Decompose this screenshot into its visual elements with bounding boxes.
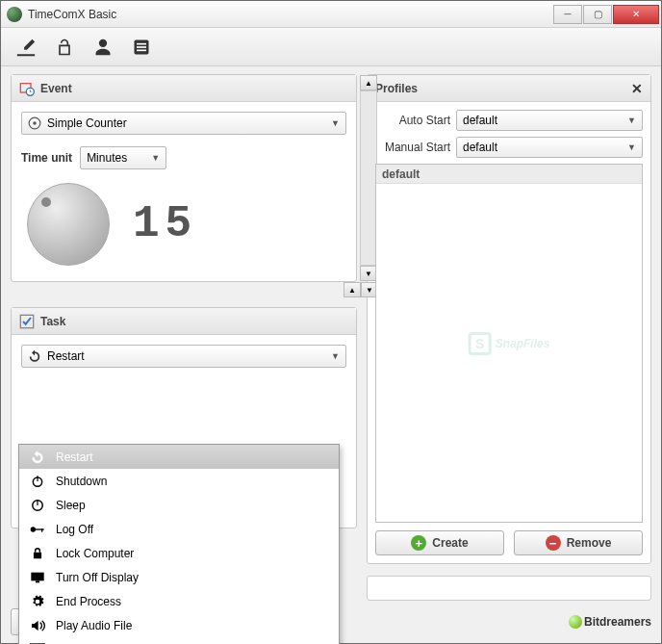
svg-point-7	[33, 121, 37, 125]
brand-logo: Bitdreamers	[569, 615, 651, 629]
minimize-button[interactable]: ─	[553, 5, 582, 24]
menu-label: Log Off	[56, 523, 93, 536]
unlock-icon[interactable]	[53, 36, 76, 59]
menu-item-play-audio[interactable]: Play Audio File	[19, 613, 339, 637]
task-header-label: Task	[40, 315, 65, 328]
task-dropdown-menu: Restart Shutdown Sleep Log Off Lock Comp…	[18, 444, 340, 644]
logo-icon	[569, 615, 582, 629]
app-icon	[7, 7, 22, 22]
profile-name: default	[382, 167, 420, 181]
menu-item-run-file[interactable]: C:\ Run File / Open URL	[19, 637, 339, 644]
close-button[interactable]: ✕	[613, 5, 659, 24]
menu-label: Restart	[56, 451, 93, 464]
plus-icon: +	[411, 535, 426, 551]
menu-label: Shutdown	[56, 475, 107, 488]
menu-item-shutdown[interactable]: Shutdown	[19, 469, 339, 493]
brand-label: Bitdreamers	[584, 615, 651, 629]
counter-knob[interactable]	[27, 183, 110, 266]
close-icon[interactable]: ✕	[631, 81, 643, 96]
monitor-icon	[29, 570, 46, 585]
svg-rect-17	[31, 572, 43, 580]
menu-label: Sleep	[56, 499, 86, 512]
chevron-down-icon: ▼	[627, 142, 636, 152]
remove-label: Remove	[567, 536, 612, 550]
svg-rect-15	[41, 528, 42, 531]
speaker-icon	[29, 618, 46, 633]
auto-start-value: default	[463, 114, 497, 127]
profiles-list[interactable]: default SSnapFiles	[375, 164, 643, 523]
remove-button[interactable]: − Remove	[514, 530, 643, 555]
status-bar	[367, 576, 651, 601]
create-label: Create	[432, 536, 468, 550]
auto-start-label: Auto Start	[375, 114, 450, 127]
power-icon	[29, 474, 46, 489]
menu-label: Lock Computer	[56, 547, 134, 560]
scroll-up-button[interactable]: ▲	[360, 75, 377, 90]
chevron-down-icon: ▼	[331, 118, 340, 128]
svg-rect-16	[34, 552, 41, 557]
user-icon[interactable]	[91, 36, 115, 59]
menu-item-restart[interactable]: Restart	[19, 445, 339, 469]
svg-rect-18	[36, 580, 39, 582]
chevron-down-icon: ▼	[331, 351, 340, 361]
task-header: Task	[12, 308, 356, 335]
right-column: Profiles ✕ Auto Start default ▼ Manual S…	[367, 74, 651, 601]
titlebar: TimeComX Basic ─ ▢ ✕	[1, 1, 661, 28]
minus-icon: −	[546, 535, 561, 551]
menu-item-display-off[interactable]: Turn Off Display	[19, 565, 339, 589]
event-header: Event	[12, 75, 356, 102]
main-toolbar	[1, 28, 661, 66]
settings-icon[interactable]	[14, 36, 38, 59]
gear-icon	[28, 116, 41, 130]
profiles-header: Profiles ✕	[368, 75, 650, 102]
window-title: TimeComX Basic	[28, 8, 116, 21]
chevron-down-icon: ▼	[151, 153, 160, 163]
menu-item-sleep[interactable]: Sleep	[19, 493, 339, 517]
list-item[interactable]: default	[376, 165, 642, 184]
event-type-label: Simple Counter	[47, 116, 127, 130]
task-type-dropdown[interactable]: Restart ▼	[21, 345, 346, 368]
chevron-down-icon: ▼	[627, 116, 636, 125]
profiles-panel: Profiles ✕ Auto Start default ▼ Manual S…	[367, 74, 651, 564]
svg-rect-10	[37, 476, 38, 481]
manual-start-dropdown[interactable]: default ▼	[456, 137, 643, 158]
svg-rect-3	[137, 49, 146, 51]
app-window: TimeComX Basic ─ ▢ ✕ Event Simple Counte…	[0, 0, 662, 644]
event-panel: Event Simple Counter ▼ Time unit Minutes…	[11, 74, 357, 282]
manual-start-label: Manual Start	[375, 141, 450, 154]
key-icon	[29, 522, 46, 537]
restart-icon	[28, 349, 41, 363]
content-area: Event Simple Counter ▼ Time unit Minutes…	[1, 66, 661, 605]
task-selected-label: Restart	[47, 349, 85, 363]
svg-point-13	[31, 527, 36, 531]
event-header-label: Event	[40, 82, 72, 95]
event-type-dropdown[interactable]: Simple Counter ▼	[21, 112, 346, 135]
time-unit-dropdown[interactable]: Minutes ▼	[80, 146, 166, 169]
calendar-clock-icon	[19, 81, 35, 96]
menu-item-end-process[interactable]: End Process	[19, 589, 339, 613]
restart-icon	[29, 450, 46, 465]
check-icon	[19, 314, 35, 329]
create-button[interactable]: + Create	[375, 530, 504, 555]
time-unit-label: Time unit	[21, 151, 72, 165]
menu-label: End Process	[56, 595, 121, 608]
menu-label: Play Audio File	[56, 619, 132, 632]
profiles-header-label: Profiles	[375, 82, 418, 95]
menu-label: Turn Off Display	[56, 571, 139, 584]
manual-start-value: default	[463, 141, 497, 154]
watermark: SSnapFiles	[469, 332, 550, 355]
spin-up-button[interactable]: ▲	[344, 282, 361, 297]
maximize-button[interactable]: ▢	[583, 5, 612, 24]
lock-icon	[29, 546, 46, 561]
menu-item-logoff[interactable]: Log Off	[19, 517, 339, 541]
time-unit-value: Minutes	[87, 151, 127, 165]
svg-rect-2	[137, 46, 146, 48]
menu-item-lock[interactable]: Lock Computer	[19, 541, 339, 565]
auto-start-dropdown[interactable]: default ▼	[456, 110, 643, 131]
counter-display: 15	[133, 199, 197, 249]
gear-icon	[29, 594, 46, 609]
svg-rect-1	[137, 42, 146, 44]
svg-rect-12	[37, 500, 38, 504]
list-icon[interactable]	[130, 36, 153, 59]
standby-icon	[29, 498, 46, 513]
